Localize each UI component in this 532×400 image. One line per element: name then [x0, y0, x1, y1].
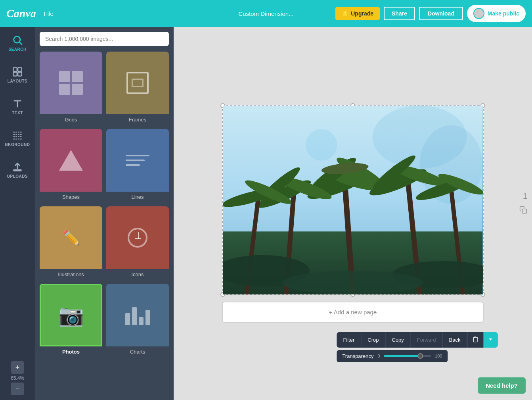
svg-rect-5	[18, 72, 21, 76]
background-icon	[12, 130, 23, 141]
transparency-thumb[interactable]	[418, 353, 423, 359]
svg-rect-12	[14, 170, 21, 171]
layouts-icon	[12, 66, 23, 77]
icons-label: Icons	[106, 269, 169, 280]
canva-logo: Canva	[6, 7, 36, 20]
element-panel: Grids Frames Shapes	[35, 27, 174, 400]
lines-icon	[126, 155, 149, 166]
toolbar-buttons: Filter Crop Copy Forward Back	[337, 332, 498, 348]
transparency-label: Transparency	[342, 353, 373, 359]
page-copy-icon	[519, 206, 527, 215]
delete-button[interactable]	[467, 332, 483, 348]
element-card-icons[interactable]: Icons	[106, 206, 169, 280]
text-label: TEXT	[12, 111, 23, 115]
canvas-area: 1	[174, 27, 532, 400]
transparency-min: 0	[377, 354, 380, 358]
element-card-photos[interactable]: 📷 Photos	[40, 284, 102, 357]
upgrade-button[interactable]: ⭐ Upgrade	[335, 7, 380, 20]
canvas-image	[223, 106, 483, 294]
need-help-button[interactable]: Need help?	[478, 377, 526, 394]
svg-rect-4	[13, 72, 17, 76]
chevron-down-icon	[488, 337, 493, 342]
element-card-charts[interactable]: Charts	[106, 284, 169, 357]
sidebar-item-background[interactable]: BKGROUND	[0, 122, 35, 154]
search-input[interactable]	[40, 32, 169, 46]
back-button[interactable]: Back	[443, 332, 467, 348]
filter-button[interactable]: Filter	[337, 332, 361, 348]
sidebar-item-layouts[interactable]: LAYOUTS	[0, 59, 35, 90]
grids-thumbnail	[40, 52, 102, 114]
illustrations-label: Illustrations	[40, 269, 102, 280]
sidebar-item-search[interactable]: SeaRcH	[0, 27, 35, 59]
make-public-button[interactable]: Make public	[467, 5, 526, 22]
download-button[interactable]: Download	[419, 7, 463, 20]
photos-label: Photos	[40, 346, 102, 357]
file-menu[interactable]: File	[44, 10, 54, 17]
svg-point-41	[282, 271, 424, 294]
frames-label: Frames	[106, 114, 169, 125]
canvas-frame[interactable]	[222, 105, 484, 295]
header: Canva File Custom Dimension... ⭐ Upgrade…	[0, 0, 532, 27]
icons-thumbnail	[106, 206, 169, 269]
element-card-lines[interactable]: Lines	[106, 129, 169, 202]
canvas-workspace: 1	[202, 105, 503, 323]
sidebar-item-uploads[interactable]: UPLOADS	[0, 154, 35, 186]
svg-rect-3	[18, 67, 21, 71]
main-layout: SeaRcH LAYOUTS TEXT	[0, 27, 532, 400]
shapes-icon	[59, 150, 83, 171]
zoom-level: 65.4%	[11, 375, 24, 381]
lines-label: Lines	[106, 192, 169, 202]
svg-rect-2	[13, 67, 17, 71]
trash-icon	[472, 336, 478, 342]
element-card-grids[interactable]: Grids	[40, 52, 102, 125]
transparency-max: 100	[435, 354, 442, 358]
elements-grid: Grids Frames Shapes	[40, 52, 169, 357]
element-card-frames[interactable]: Frames	[106, 52, 169, 125]
illustrations-thumbnail: ✏️	[40, 206, 102, 269]
zoom-minus-button[interactable]: −	[11, 383, 24, 395]
context-toolbar: Filter Crop Copy Forward Back	[337, 332, 498, 362]
frames-thumbnail	[106, 52, 169, 114]
grids-icon	[59, 71, 83, 95]
svg-point-0	[14, 36, 20, 42]
transparency-slider[interactable]	[384, 355, 431, 357]
canvas-image-svg	[223, 106, 483, 294]
charts-icon	[125, 305, 150, 325]
charts-label: Charts	[106, 346, 169, 357]
photos-icon: 📷	[58, 303, 84, 327]
sidebar-item-text[interactable]: TEXT	[0, 90, 35, 122]
sidebar-icons: SeaRcH LAYOUTS TEXT	[0, 27, 35, 400]
uploads-icon	[12, 162, 23, 173]
illustrations-icon: ✏️	[62, 229, 80, 246]
star-icon: ⭐	[342, 10, 348, 17]
transparency-fill	[384, 355, 419, 357]
more-options-button[interactable]	[483, 332, 498, 348]
uploads-label: UPLOADS	[7, 174, 28, 179]
shapes-thumbnail	[40, 129, 102, 192]
background-label: BKGROUND	[5, 142, 30, 147]
search-icon	[12, 35, 23, 46]
header-actions: ⭐ Upgrade Share Download Make public	[335, 5, 526, 22]
svg-rect-13	[522, 209, 527, 213]
frames-icon	[126, 72, 149, 94]
transparency-bar: Transparency 0 100	[337, 350, 448, 362]
charts-thumbnail	[106, 284, 169, 346]
add-page-button[interactable]: + Add a new page	[222, 302, 484, 323]
crop-button[interactable]: Crop	[361, 332, 385, 348]
text-icon	[12, 98, 23, 109]
share-button[interactable]: Share	[384, 7, 415, 20]
search-label: SeaRcH	[8, 47, 26, 52]
copy-button[interactable]: Copy	[385, 332, 410, 348]
lines-thumbnail	[106, 129, 169, 192]
sidebar-bottom: + 65.4% −	[11, 361, 24, 400]
zoom-plus-button[interactable]: +	[11, 361, 24, 374]
photos-thumbnail: 📷	[40, 284, 102, 346]
element-card-illustrations[interactable]: ✏️ Illustrations	[40, 206, 102, 280]
document-title[interactable]: Custom Dimension...	[238, 10, 293, 17]
svg-point-17	[306, 129, 337, 160]
search-bar-container	[40, 32, 169, 46]
element-card-shapes[interactable]: Shapes	[40, 129, 102, 202]
forward-button: Forward	[411, 332, 443, 348]
frame-inner	[132, 79, 144, 87]
page-number: 1	[523, 192, 527, 201]
